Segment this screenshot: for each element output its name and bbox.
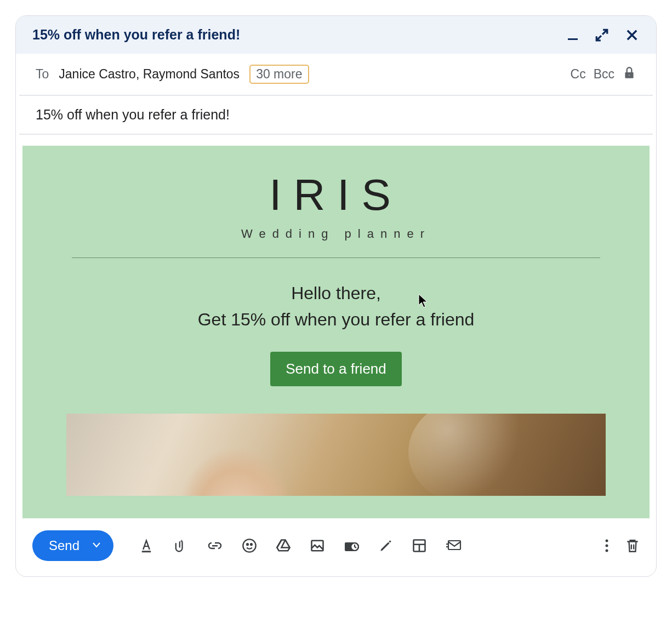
svg-rect-0 xyxy=(568,38,578,40)
format-text-icon[interactable] xyxy=(139,538,154,553)
divider xyxy=(72,257,600,258)
window-controls xyxy=(566,27,640,43)
emoji-icon[interactable] xyxy=(242,538,257,553)
bcc-button[interactable]: Bcc xyxy=(594,67,614,82)
compose-window: 15% off when you refer a friend! To Jani… xyxy=(15,15,657,577)
cta-button[interactable]: Send to a friend xyxy=(270,352,402,386)
svg-point-16 xyxy=(606,540,608,542)
email-body[interactable]: IRIS Wedding planner Hello there, Get 15… xyxy=(19,135,653,518)
svg-rect-2 xyxy=(628,74,630,76)
lock-icon[interactable] xyxy=(622,66,636,83)
pen-icon[interactable] xyxy=(379,539,393,553)
svg-point-18 xyxy=(606,550,608,552)
compose-title: 15% off when you refer a friend! xyxy=(32,27,240,43)
brand-tagline: Wedding planner xyxy=(22,227,650,241)
expand-icon[interactable] xyxy=(595,28,609,42)
trash-icon[interactable] xyxy=(625,538,640,553)
brand-logo: IRIS xyxy=(22,173,650,217)
svg-point-6 xyxy=(247,543,248,545)
layout-icon[interactable] xyxy=(412,538,427,553)
mail-icon[interactable] xyxy=(446,539,462,553)
toolbar-right xyxy=(605,538,640,553)
close-icon[interactable] xyxy=(624,27,640,43)
svg-rect-14 xyxy=(446,543,449,545)
cursor-icon xyxy=(417,294,429,311)
link-icon[interactable] xyxy=(207,540,223,552)
recipient-chips[interactable]: Janice Castro, Raymond Santos xyxy=(59,67,240,82)
svg-rect-15 xyxy=(446,546,449,547)
svg-point-5 xyxy=(243,539,255,552)
svg-rect-3 xyxy=(142,551,151,552)
svg-rect-13 xyxy=(448,541,460,550)
drive-icon[interactable] xyxy=(276,538,291,553)
more-icon[interactable] xyxy=(605,539,609,553)
send-button-label: Send xyxy=(49,538,79,553)
formatting-tools xyxy=(139,538,462,553)
more-recipients-badge[interactable]: 30 more xyxy=(249,65,309,84)
greeting-line-1: Hello there, xyxy=(22,280,650,306)
to-label: To xyxy=(36,67,49,82)
subject-field[interactable]: 15% off when you refer a friend! xyxy=(19,96,653,135)
greeting-line-2: Get 15% off when you refer a friend xyxy=(22,310,650,330)
attach-icon[interactable] xyxy=(173,538,188,553)
image-icon[interactable] xyxy=(310,538,325,553)
svg-rect-4 xyxy=(212,545,218,547)
to-right-controls: Cc Bcc xyxy=(571,66,636,83)
to-row: To Janice Castro, Raymond Santos 30 more… xyxy=(19,54,653,96)
svg-point-17 xyxy=(606,545,608,547)
send-dropdown-caret-icon[interactable] xyxy=(93,542,100,550)
template-image xyxy=(66,414,606,496)
compose-toolbar: Send xyxy=(16,518,656,576)
svg-point-7 xyxy=(250,543,252,545)
email-template: IRIS Wedding planner Hello there, Get 15… xyxy=(22,146,650,518)
minimize-icon[interactable] xyxy=(566,28,579,42)
send-button[interactable]: Send xyxy=(32,530,113,561)
compose-header: 15% off when you refer a friend! xyxy=(16,16,656,54)
confidential-icon[interactable] xyxy=(344,538,360,553)
cc-button[interactable]: Cc xyxy=(571,67,586,82)
